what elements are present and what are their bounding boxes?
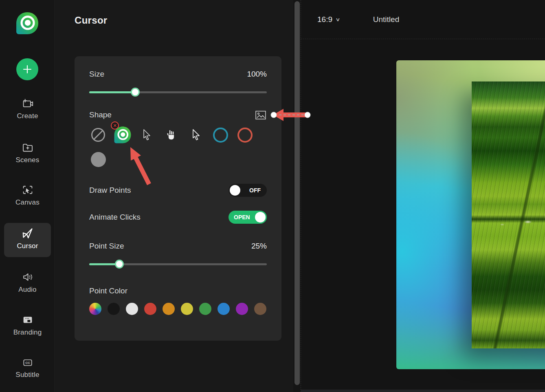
- timeline-edge: [301, 390, 545, 392]
- folder-plus-icon: [22, 142, 34, 153]
- color-swatch[interactable]: [144, 303, 156, 315]
- project-title[interactable]: Untitled: [373, 15, 399, 24]
- aspect-ratio-dropdown[interactable]: 16:9 ∨: [317, 15, 340, 24]
- animate-clicks-label: Animate Clicks: [89, 213, 141, 222]
- shape-option-teal-ring[interactable]: [211, 126, 229, 144]
- sidebar-item-subtitle[interactable]: CC Subtitle: [0, 357, 55, 379]
- toggle-state-label: OPEN: [234, 214, 250, 220]
- cursor-settings-card: Size 100% Shape: [75, 56, 281, 341]
- workspace-topbar: 16:9 ∨ Untitled: [301, 0, 545, 39]
- sidebar-item-label: Branding: [13, 328, 42, 337]
- color-swatch[interactable]: [236, 303, 248, 315]
- size-label: Size: [89, 70, 104, 79]
- chevron-down-icon: ∨: [335, 17, 340, 22]
- toggle-state-label: OFF: [249, 187, 261, 194]
- new-project-button[interactable]: [16, 58, 38, 80]
- shape-option-red-ring[interactable]: [236, 126, 254, 144]
- shape-row: Shape: [89, 110, 267, 120]
- shape-option-arrow-outline[interactable]: [138, 126, 156, 144]
- animate-clicks-toggle[interactable]: OPEN: [229, 211, 267, 224]
- plus-icon: [22, 64, 33, 75]
- toggle-knob: [230, 185, 240, 196]
- shape-option-none[interactable]: [89, 126, 107, 144]
- app-logo-icon: [15, 11, 39, 35]
- no-cursor-icon: [91, 128, 105, 142]
- branding-card-icon: [22, 314, 34, 326]
- color-swatch[interactable]: [108, 303, 120, 315]
- color-swatch[interactable]: [199, 303, 211, 315]
- animate-clicks-row: Animate Clicks OPEN: [89, 211, 267, 224]
- canvas-select-icon: [22, 184, 34, 196]
- slider-fill: [89, 91, 135, 93]
- cursor-arrow-icon: [21, 227, 34, 239]
- sidebar-item-scenes[interactable]: Scenes: [0, 142, 55, 164]
- color-swatch[interactable]: [218, 303, 230, 315]
- sidebar-item-label: Scenes: [16, 156, 40, 164]
- teal-ring-icon: [213, 128, 228, 143]
- color-swatch[interactable]: [254, 303, 266, 315]
- size-row: Size 100%: [89, 70, 267, 79]
- size-value: 100%: [247, 70, 267, 79]
- point-color-swatches: [89, 303, 267, 315]
- sidebar-item-create[interactable]: Create: [0, 98, 55, 120]
- toggle-knob: [255, 212, 266, 222]
- sidebar-item-label: Canvas: [15, 198, 40, 207]
- shape-option-arrow-filled[interactable]: [187, 126, 205, 144]
- color-swatch[interactable]: [181, 303, 193, 315]
- screen-record-icon: [22, 98, 34, 109]
- panel-scrollbar[interactable]: [294, 1, 300, 385]
- point-size-value: 25%: [251, 242, 267, 251]
- slider-knob[interactable]: [131, 88, 140, 97]
- hand-pointer-icon: [166, 129, 177, 141]
- sidebar-item-audio[interactable]: Audio: [0, 271, 55, 294]
- gray-dot-icon: [91, 152, 106, 167]
- speaker-icon: [22, 271, 34, 283]
- remove-shape-badge[interactable]: ✕: [111, 121, 119, 130]
- cursor-settings-panel: Cursor Size 100% Shape: [55, 0, 293, 392]
- shape-options: ✕: [89, 126, 267, 168]
- workspace: 16:9 ∨ Untitled: [301, 0, 545, 392]
- point-color-label: Point Color: [89, 286, 267, 295]
- svg-text:CC: CC: [25, 361, 30, 365]
- aspect-ratio-value: 16:9: [317, 15, 332, 24]
- sidebar-item-label: Cursor: [17, 242, 38, 250]
- sidebar-item-cursor[interactable]: Cursor: [0, 227, 55, 250]
- app-root: Create Scenes Canvas: [0, 0, 545, 392]
- point-size-row: Point Size 25%: [89, 242, 267, 251]
- sidebar-item-label: Audio: [18, 286, 36, 294]
- color-swatch[interactable]: [126, 303, 138, 315]
- sidebar-item-canvas[interactable]: Canvas: [0, 184, 55, 207]
- color-wheel-swatch[interactable]: [89, 303, 101, 315]
- shape-option-hand-pointer[interactable]: [163, 126, 180, 144]
- draw-points-toggle[interactable]: OFF: [229, 184, 267, 197]
- point-size-label: Point Size: [89, 242, 124, 251]
- color-swatch[interactable]: [163, 303, 175, 315]
- cc-icon: CC: [22, 357, 33, 368]
- slider-knob[interactable]: [115, 260, 124, 269]
- upload-shape-image-button[interactable]: [255, 110, 267, 120]
- arrow-cursor-filled-icon: [190, 128, 202, 141]
- sidebar-item-branding[interactable]: Branding: [0, 314, 55, 337]
- canvas-image-landscape[interactable]: [472, 81, 545, 348]
- point-size-slider[interactable]: [89, 260, 267, 269]
- size-slider[interactable]: [89, 88, 267, 97]
- draw-points-label: Draw Points: [89, 186, 131, 195]
- draw-points-row: Draw Points OFF: [89, 184, 267, 197]
- shape-label: Shape: [89, 110, 112, 119]
- shape-option-app-logo[interactable]: ✕: [114, 126, 132, 144]
- image-icon: [255, 110, 266, 120]
- shape-option-gray-dot[interactable]: [89, 150, 107, 168]
- sidebar-item-label: Create: [17, 112, 38, 120]
- sidebar: Create Scenes Canvas: [0, 0, 55, 392]
- arrow-cursor-outline-icon: [141, 128, 153, 141]
- sidebar-item-label: Subtitle: [15, 371, 39, 379]
- panel-title: Cursor: [75, 15, 107, 26]
- red-ring-icon: [237, 128, 253, 143]
